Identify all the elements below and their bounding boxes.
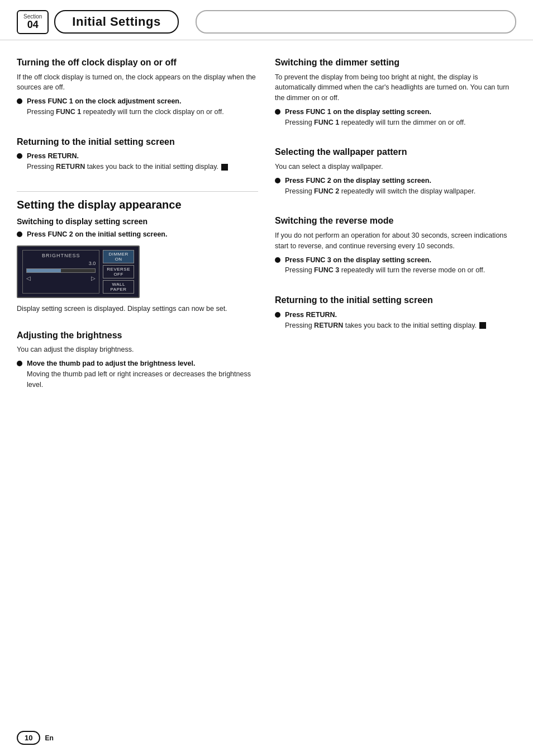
brightness-bar (26, 268, 96, 273)
dimmer-heading: Switching the dimmer setting (275, 57, 516, 69)
func3-bold: FUNC 3 (314, 266, 339, 274)
bullet-dot-icon (17, 231, 22, 237)
clock-display-heading: Turning the off clock display on or off (17, 57, 258, 69)
reverse-bullet: Press FUNC 3 on the display setting scre… (275, 255, 516, 280)
wallpaper-bullet-label: Press FUNC 2 on the display setting scre… (285, 177, 431, 185)
display-screen-body: Display setting screen is displayed. Dis… (17, 304, 258, 314)
clock-display-bullet-label: Press FUNC 1 on the clock adjustment scr… (27, 97, 181, 105)
reverse-bullet-body: Pressing FUNC 3 repeatedly will turn the… (285, 265, 485, 276)
wallpaper-bullet-body: Pressing FUNC 2 repeatedly will switch t… (285, 186, 475, 197)
page-header: Section 04 Initial Settings (0, 0, 533, 40)
func2-bold: FUNC 2 (314, 187, 339, 195)
brightness-label: BRIGHTNESS (26, 253, 96, 258)
return-bold-r: RETURN (314, 322, 343, 329)
section-divider (17, 191, 258, 192)
screen-left-panel: BRIGHTNESS 3.0 ◁ ▷ (22, 250, 99, 294)
return-top-bullet-label: Press RETURN. (27, 152, 79, 160)
brightness-value: 3.0 (26, 261, 96, 266)
section-return-top: Returning to the initial setting screen … (17, 136, 258, 176)
section-display-appearance: Setting the display appearance Switching… (17, 197, 258, 314)
arrow-left-icon: ◁ (26, 275, 31, 281)
clock-display-bullet: Press FUNC 1 on the clock adjustment scr… (17, 96, 258, 121)
screen-right-panel: DIMMERON REVERSEOFF WALLPAPER (103, 250, 134, 294)
dimmer-body: To prevent the display from being too br… (275, 72, 516, 103)
brightness-heading: Adjusting the brightness (17, 330, 258, 342)
dimmer-bullet: Press FUNC 1 on the display setting scre… (275, 107, 516, 131)
return-top-heading: Returning to the initial setting screen (17, 136, 258, 148)
display-appearance-heading: Setting the display appearance (17, 197, 258, 212)
section-badge: Section 04 (17, 10, 49, 34)
header-right-area (196, 10, 516, 34)
return-bottom-bullet-body: Pressing RETURN takes you back to the in… (285, 320, 486, 331)
dimmer-bullet-body: Pressing FUNC 1 repeatedly will turn the… (285, 117, 466, 128)
display-switch-bullet: Press FUNC 2 on the initial setting scre… (17, 229, 258, 240)
wall-paper-btn: WALLPAPER (103, 280, 134, 294)
main-content: Turning the off clock display on or off … (0, 46, 533, 426)
return-top-bullet-body: Pressing RETURN takes you back to the in… (27, 162, 228, 172)
brightness-fill (27, 269, 61, 272)
section-return-bottom: Returning to the initial setting screen … (275, 295, 516, 334)
clock-display-body: If the off clock display is turned on, t… (17, 72, 258, 93)
wallpaper-bullet: Press FUNC 2 on the display setting scre… (275, 176, 516, 200)
section-wallpaper: Selecting the wallpaper pattern You can … (275, 147, 516, 200)
section-number: 04 (27, 20, 39, 31)
bullet-dot-icon (17, 98, 22, 104)
display-screenshot: BRIGHTNESS 3.0 ◁ ▷ DIMMERON REVERSEOFF W… (17, 245, 140, 298)
display-switch-bullet-label: Press FUNC 2 on the initial setting scre… (27, 230, 167, 238)
bullet-dot-icon (275, 312, 280, 318)
return-bottom-bullet-label: Press RETURN. (285, 311, 337, 319)
right-column: Switching the dimmer setting To prevent … (275, 57, 516, 409)
dimmer-bullet-label: Press FUNC 1 on the display setting scre… (285, 108, 431, 116)
screen-arrows: ◁ ▷ (26, 275, 96, 281)
brightness-body: You can adjust the display brightness. (17, 344, 258, 355)
section-clock-display: Turning the off clock display on or off … (17, 57, 258, 121)
bullet-dot-icon (275, 109, 280, 115)
language-label: En (45, 734, 53, 742)
arrow-right-icon: ▷ (91, 275, 96, 281)
clock-display-bullet-body: Pressing FUNC 1 repeatedly will turn the… (27, 107, 224, 117)
dimmer-btn: DIMMERON (103, 250, 134, 263)
page-number: 10 (17, 731, 40, 745)
return-bold: RETURN (56, 163, 85, 171)
stop-icon-r (479, 322, 486, 329)
bullet-dot-icon (275, 257, 280, 263)
section-dimmer: Switching the dimmer setting To prevent … (275, 57, 516, 131)
return-top-bullet: Press RETURN. Pressing RETURN takes you … (17, 151, 258, 176)
wallpaper-heading: Selecting the wallpaper pattern (275, 147, 516, 158)
return-bottom-heading: Returning to the initial setting screen (275, 295, 516, 306)
bullet-dot-icon (17, 153, 22, 159)
reverse-btn: REVERSEOFF (103, 265, 134, 278)
reverse-bullet-label: Press FUNC 3 on the display setting scre… (285, 256, 431, 264)
section-reverse: Switching the reverse mode If you do not… (275, 215, 516, 279)
brightness-bullet-label: Move the thumb pad to adjust the brightn… (27, 360, 195, 367)
section-brightness: Adjusting the brightness You can adjust … (17, 330, 258, 394)
func1-bold-r: FUNC 1 (314, 119, 339, 126)
reverse-heading: Switching the reverse mode (275, 215, 516, 227)
bullet-dot-icon (275, 178, 280, 183)
page-title: Initial Settings (54, 10, 178, 34)
bullet-dot-icon (17, 361, 22, 366)
wallpaper-body: You can select a display wallpaper. (275, 162, 516, 172)
brightness-bullet-body: Moving the thumb pad left or right incre… (27, 369, 258, 390)
page-footer: 10 En (17, 731, 54, 745)
left-column: Turning the off clock display on or off … (17, 57, 258, 409)
brightness-bullet: Move the thumb pad to adjust the brightn… (17, 358, 258, 393)
func1-bold: FUNC 1 (56, 108, 81, 116)
reverse-body: If you do not perform an operation for a… (275, 230, 516, 252)
return-bottom-bullet: Press RETURN. Pressing RETURN takes you … (275, 310, 516, 334)
switching-display-heading: Switching to display setting screen (17, 216, 258, 226)
stop-icon (221, 164, 228, 171)
